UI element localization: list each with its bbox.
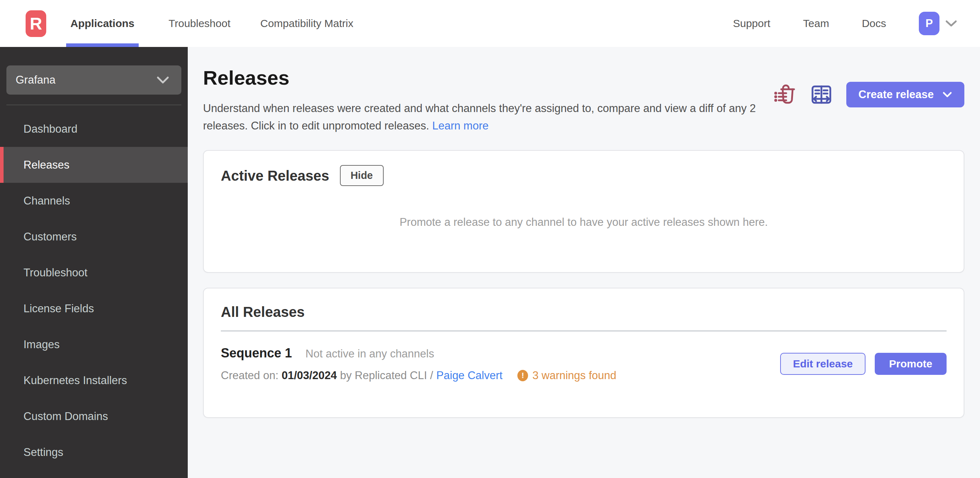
page-actions: Create release (774, 82, 964, 107)
body-row: Grafana Dashboard Releases Channels Cust… (0, 47, 980, 478)
sidebar-item-customers[interactable]: Customers (0, 219, 188, 255)
team-link[interactable]: Team (803, 18, 829, 30)
tab-troubleshoot[interactable]: Troubleshoot (169, 0, 231, 47)
created-by-text: by Replicated CLI / (340, 369, 433, 382)
app-window: R Applications Troubleshoot Compatibilit… (0, 0, 980, 478)
sidebar-divider (6, 105, 181, 105)
sidebar-item-kubernetes-installers[interactable]: Kubernetes Installers (0, 362, 188, 398)
logo-letter: R (30, 14, 42, 33)
author-link[interactable]: Paige Calvert (436, 369, 503, 382)
warning-icon: ! (517, 370, 528, 381)
header-links: Support Team Docs P (733, 0, 980, 47)
page-description: Understand when releases were created an… (203, 100, 758, 134)
active-releases-card: Active Releases Hide Promote a release t… (203, 150, 964, 273)
sidebar-item-license-fields[interactable]: License Fields (0, 291, 188, 327)
top-nav: R Applications Troubleshoot Compatibilit… (0, 0, 980, 47)
promote-button[interactable]: Promote (875, 353, 947, 375)
release-row[interactable]: Sequence 1 Not active in any channels Cr… (221, 346, 947, 382)
sidebar: Grafana Dashboard Releases Channels Cust… (0, 47, 188, 478)
diff-releases-icon[interactable] (810, 83, 833, 106)
delete-releases-icon[interactable] (774, 83, 797, 106)
all-releases-title: All Releases (221, 302, 947, 322)
create-release-label: Create release (858, 88, 934, 101)
edit-release-button[interactable]: Edit release (780, 353, 865, 375)
sidebar-item-channels[interactable]: Channels (0, 183, 188, 219)
docs-link[interactable]: Docs (862, 18, 886, 30)
tab-applications[interactable]: Applications (66, 0, 139, 47)
chevron-down-icon[interactable] (945, 19, 957, 27)
release-meta-line: Created on: 01/03/2024 by Replicated CLI… (221, 369, 616, 382)
app-selector[interactable]: Grafana (6, 65, 181, 95)
created-on-label: Created on: (221, 369, 278, 382)
active-releases-title: Active Releases (221, 166, 329, 186)
warnings-text: 3 warnings found (532, 369, 616, 382)
created-date: 01/03/2024 (282, 369, 337, 382)
replicated-logo[interactable]: R (25, 10, 46, 37)
release-status: Not active in any channels (305, 347, 434, 360)
sidebar-item-dashboard[interactable]: Dashboard (0, 111, 188, 147)
chevron-down-icon (156, 76, 169, 84)
release-title-line: Sequence 1 Not active in any channels (221, 346, 616, 361)
sidebar-item-releases[interactable]: Releases (0, 147, 188, 183)
learn-more-link[interactable]: Learn more (432, 120, 488, 132)
sidebar-item-troubleshoot[interactable]: Troubleshoot (0, 255, 188, 291)
tab-compatibility-matrix[interactable]: Compatibility Matrix (260, 0, 353, 47)
avatar[interactable]: P (919, 12, 939, 35)
active-releases-empty-text: Promote a release to any channel to have… (221, 216, 947, 229)
warnings-indicator[interactable]: ! 3 warnings found (517, 369, 616, 382)
primary-tabs: Applications Troubleshoot Compatibility … (70, 0, 383, 47)
profile-menu[interactable]: P (919, 12, 957, 35)
hide-button[interactable]: Hide (340, 165, 384, 186)
release-info: Sequence 1 Not active in any channels Cr… (221, 346, 616, 382)
sidebar-item-settings[interactable]: Settings (0, 434, 188, 470)
sidebar-item-custom-domains[interactable]: Custom Domains (0, 398, 188, 434)
main-content: Releases Understand when releases were c… (188, 47, 980, 478)
all-releases-card: All Releases Sequence 1 Not active in an… (203, 288, 964, 418)
create-release-button[interactable]: Create release (846, 82, 964, 107)
active-releases-header: Active Releases Hide (221, 165, 947, 186)
chevron-down-icon (942, 91, 952, 98)
sidebar-item-images[interactable]: Images (0, 327, 188, 362)
all-releases-divider (221, 330, 947, 331)
release-actions: Edit release Promote (780, 353, 947, 375)
app-selector-value: Grafana (16, 73, 56, 86)
sidebar-nav: Dashboard Releases Channels Customers Tr… (0, 111, 188, 470)
release-name: Sequence 1 (221, 346, 292, 361)
support-link[interactable]: Support (733, 18, 770, 30)
